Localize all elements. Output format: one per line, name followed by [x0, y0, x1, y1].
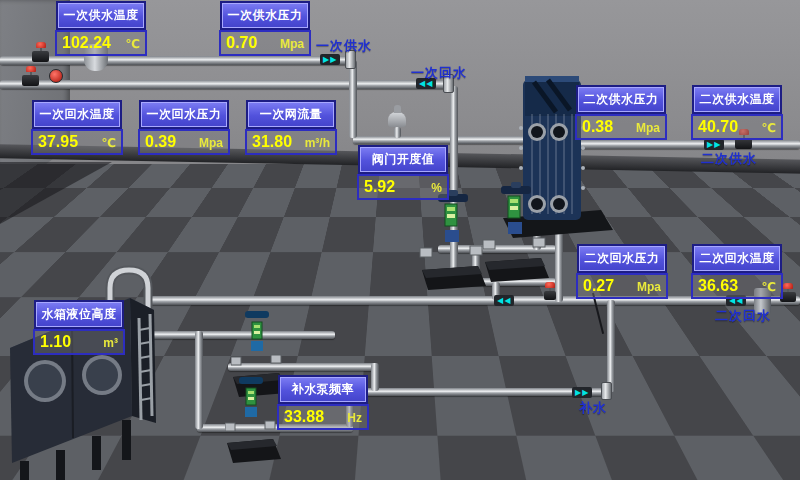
- flow-arrow-right-icon: ▶▶: [704, 139, 724, 150]
- display-tank-level: 水箱液位高度 1.10 m³: [33, 302, 125, 355]
- display-secondary-supply-pressure: 二次供水压力 0.38 Mpa: [575, 87, 667, 140]
- circulation-pump-1-icon[interactable]: [418, 190, 488, 290]
- display-valve-opening: 阀门开度值 5.92 %: [357, 147, 449, 200]
- hmi-heating-station-screen: ▶▶ ◀◀ ▶▶ ◀◀ ◀◀ ▶▶: [0, 0, 800, 480]
- display-primary-return-pressure: 一次回水压力 0.39 Mpa: [138, 102, 230, 155]
- unit-text: m³: [103, 336, 118, 350]
- unit-text: Hz: [347, 411, 362, 425]
- flow-arrow-right-icon: ▶▶: [320, 54, 340, 65]
- display-value[interactable]: 0.27 Mpa: [576, 273, 668, 299]
- flow-arrow-left-icon: ◀◀: [494, 295, 514, 306]
- display-value[interactable]: 102.24 ℃: [55, 30, 147, 56]
- value-text: 0.27: [583, 277, 614, 295]
- pipe-label-secondary-supply: 二次供水: [701, 150, 757, 168]
- value-text: 31.80: [252, 133, 292, 151]
- pipe-label-makeup-water: 补水: [579, 399, 607, 417]
- display-secondary-supply-temp: 二次供水温度 40.70 ℃: [691, 87, 783, 140]
- pipe-label-primary-supply: 一次供水: [316, 37, 372, 55]
- display-secondary-return-pressure: 二次回水压力 0.27 Mpa: [576, 246, 668, 299]
- display-value[interactable]: 31.80 m³/h: [245, 129, 337, 155]
- display-makeup-pump-freq: 补水泵频率 33.88 Hz: [277, 377, 369, 430]
- display-primary-supply-pressure: 一次供水压力 0.70 Mpa: [219, 3, 311, 56]
- display-label: 一次回水压力: [141, 102, 227, 127]
- display-value[interactable]: 37.95 ℃: [31, 129, 123, 155]
- pipe-riser-supply: [349, 60, 357, 138]
- display-label: 二次供水温度: [694, 87, 780, 112]
- pipe-tank-drop: [195, 331, 203, 429]
- display-label: 补水泵频率: [280, 377, 366, 402]
- value-text: 0.38: [582, 118, 613, 136]
- pipe-makeup-link1: [371, 363, 379, 391]
- display-value[interactable]: 1.10 m³: [33, 329, 125, 355]
- unit-text: Mpa: [280, 37, 304, 51]
- flange: [601, 382, 612, 400]
- pressure-gauge: [49, 69, 63, 83]
- display-label: 一次网流量: [248, 102, 334, 127]
- display-primary-return-temp: 一次回水温度 37.95 ℃: [31, 102, 123, 155]
- unit-text: ℃: [761, 280, 776, 294]
- makeup-pump-2-icon[interactable]: [225, 377, 285, 463]
- display-label: 一次回水温度: [34, 102, 120, 127]
- valve-return-branch[interactable]: [544, 291, 556, 300]
- display-value[interactable]: 36.63 ℃: [691, 273, 783, 299]
- unit-text: Mpa: [199, 136, 223, 150]
- value-text: 102.24: [62, 34, 111, 52]
- unit-text: ℃: [761, 121, 776, 135]
- value-text: 40.70: [698, 118, 738, 136]
- valve-primary-return[interactable]: [22, 75, 39, 86]
- pipe-primary-supply: [0, 56, 352, 65]
- pipe-label-primary-return: 一次回水: [411, 64, 467, 82]
- pipe-primary-return: [0, 80, 448, 89]
- circulation-pump-2-icon[interactable]: [481, 182, 551, 282]
- control-valve-knob: [394, 105, 401, 113]
- pipe-makeup-riser: [607, 300, 615, 392]
- value-text: 0.39: [145, 133, 176, 151]
- unit-text: ℃: [125, 37, 140, 51]
- value-text: 33.88: [284, 408, 324, 426]
- display-value[interactable]: 0.39 Mpa: [138, 129, 230, 155]
- unit-text: %: [431, 181, 442, 195]
- display-label: 二次回水压力: [579, 246, 665, 271]
- display-value[interactable]: 0.38 Mpa: [575, 114, 667, 140]
- unit-text: Mpa: [636, 121, 660, 135]
- display-label: 二次供水压力: [578, 87, 664, 112]
- display-primary-flow: 一次网流量 31.80 m³/h: [245, 102, 337, 155]
- control-valve-stem: [394, 127, 401, 138]
- pipe-label-secondary-return: 二次回水: [715, 307, 771, 325]
- value-text: 36.63: [698, 277, 738, 295]
- display-label: 二次回水温度: [694, 246, 780, 271]
- value-text: 5.92: [364, 178, 395, 196]
- unit-text: ℃: [101, 136, 116, 150]
- display-value[interactable]: 5.92 %: [357, 174, 449, 200]
- water-tank-icon: [0, 258, 173, 480]
- control-valve-actuator[interactable]: [388, 112, 406, 127]
- display-label: 水箱液位高度: [36, 302, 122, 327]
- display-value[interactable]: 0.70 Mpa: [219, 30, 311, 56]
- value-text: 1.10: [40, 333, 71, 351]
- valve-primary-supply[interactable]: [32, 51, 49, 62]
- display-secondary-return-temp: 二次回水温度 36.63 ℃: [691, 246, 783, 299]
- unit-text: m³/h: [305, 136, 330, 150]
- pipe-makeup-water: [350, 388, 608, 396]
- display-label: 阀门开度值: [360, 147, 446, 172]
- display-value[interactable]: 40.70 ℃: [691, 114, 783, 140]
- flow-arrow-right-icon: ▶▶: [572, 387, 592, 398]
- display-value[interactable]: 33.88 Hz: [277, 404, 369, 430]
- value-text: 37.95: [38, 133, 78, 151]
- unit-text: Mpa: [637, 280, 661, 294]
- display-label: 一次供水温度: [58, 3, 144, 28]
- value-text: 0.70: [226, 34, 257, 52]
- display-label: 一次供水压力: [222, 3, 308, 28]
- display-primary-supply-temp: 一次供水温度 102.24 ℃: [55, 3, 147, 56]
